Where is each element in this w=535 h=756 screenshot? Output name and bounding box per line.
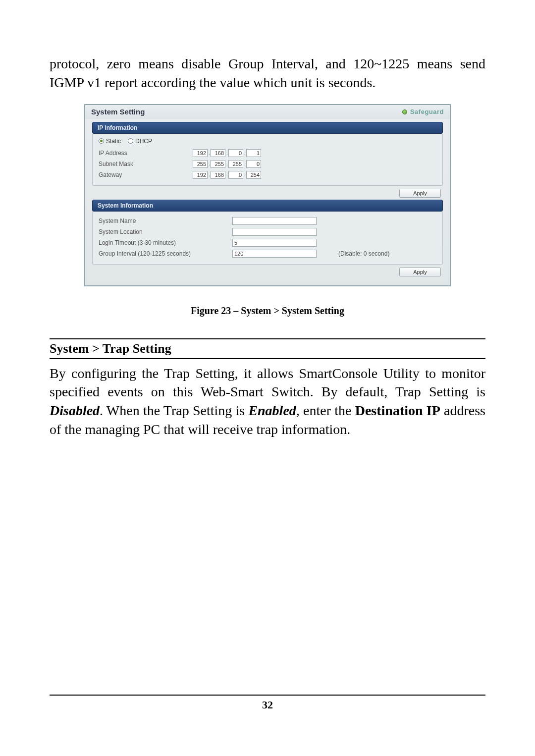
group-interval-note: (Disable: 0 second)	[338, 250, 389, 257]
safeguard-label: Safeguard	[410, 108, 444, 115]
apply-button-sysinfo[interactable]: Apply	[399, 268, 441, 276]
top-paragraph-fragment: protocol, zero means disable Group Inter…	[50, 54, 485, 92]
system-name-input[interactable]	[232, 217, 317, 225]
gw-octet-1[interactable]: 192	[193, 171, 208, 179]
system-information-header: System Information	[92, 200, 443, 212]
para-text: , enter the	[296, 403, 355, 418]
para-disabled: Disabled	[50, 403, 100, 418]
login-timeout-input[interactable]: 5	[232, 239, 317, 247]
page-footer: 32	[50, 695, 485, 711]
system-location-label: System Location	[99, 228, 232, 235]
radio-dhcp[interactable]: DHCP	[128, 138, 152, 145]
radio-dot-icon	[128, 138, 133, 144]
safeguard-indicator: Safeguard	[402, 108, 444, 115]
ip-information-header: IP Information	[92, 122, 443, 134]
subnet-mask-label: Subnet Mask	[99, 161, 193, 167]
group-interval-label: Group Interval (120-1225 seconds)	[99, 250, 232, 257]
para-enabled: Enabled	[248, 403, 296, 418]
radio-static[interactable]: Static	[99, 138, 121, 145]
group-interval-input[interactable]: 120	[232, 250, 317, 258]
ip-octet-1[interactable]: 192	[193, 149, 208, 157]
apply-button-ip[interactable]: Apply	[399, 189, 441, 198]
gw-octet-3[interactable]: 0	[228, 171, 243, 179]
radio-dhcp-label: DHCP	[135, 138, 152, 145]
page-number: 32	[262, 699, 273, 711]
para-destination-ip: Destination IP	[355, 403, 440, 418]
para-text: By configuring the Trap Setting, it allo…	[50, 366, 485, 400]
system-name-label: System Name	[99, 217, 232, 224]
login-timeout-label: Login Timeout (3-30 minutes)	[99, 239, 232, 246]
section-heading-bar: System > Trap Setting	[50, 338, 485, 359]
mask-octet-1[interactable]: 255	[193, 160, 208, 168]
panel-title: System Setting	[91, 108, 145, 116]
footer-rule	[50, 695, 485, 696]
radio-static-label: Static	[106, 138, 121, 145]
mask-octet-3[interactable]: 255	[228, 160, 243, 168]
radio-dot-icon	[99, 138, 104, 144]
para-text: . When the Trap Setting is	[100, 403, 248, 418]
gateway-label: Gateway	[99, 171, 193, 178]
trap-setting-paragraph: By configuring the Trap Setting, it allo…	[50, 364, 485, 439]
gw-octet-4[interactable]: 254	[246, 171, 261, 179]
system-location-input[interactable]	[232, 228, 317, 236]
section-heading: System > Trap Setting	[50, 341, 171, 356]
ip-octet-2[interactable]: 168	[211, 149, 225, 157]
gw-octet-2[interactable]: 168	[211, 171, 225, 179]
ip-address-label: IP Address	[99, 150, 193, 157]
mask-octet-4[interactable]: 0	[246, 160, 261, 168]
safeguard-dot-icon	[402, 109, 407, 114]
figure-caption: Figure 23 – System > System Setting	[50, 305, 485, 317]
system-setting-screenshot: System Setting Safeguard IP Information …	[84, 104, 451, 286]
ip-octet-4[interactable]: 1	[246, 149, 261, 157]
ip-octet-3[interactable]: 0	[228, 149, 243, 157]
mask-octet-2[interactable]: 255	[211, 160, 225, 168]
